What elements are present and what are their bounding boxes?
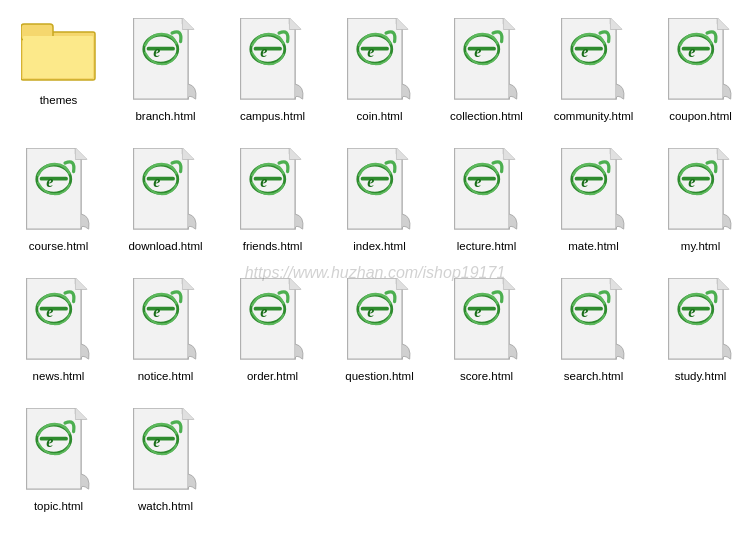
svg-marker-87 xyxy=(133,278,188,359)
html-file-icon: e xyxy=(561,278,626,365)
html-file-icon: e xyxy=(561,18,626,105)
file-label: order.html xyxy=(247,369,298,384)
svg-marker-45 xyxy=(133,148,188,229)
file-item[interactable]: e score.html xyxy=(433,270,540,400)
html-file-icon: e xyxy=(561,148,626,235)
file-item[interactable]: e course.html xyxy=(5,140,112,270)
file-label: lecture.html xyxy=(457,239,516,254)
file-item[interactable]: e friends.html xyxy=(219,140,326,270)
svg-marker-93 xyxy=(240,278,295,359)
svg-rect-109 xyxy=(468,307,496,311)
html-file-icon: e xyxy=(26,148,91,235)
svg-rect-2 xyxy=(23,36,93,78)
file-item[interactable]: e coin.html xyxy=(326,10,433,140)
html-file-icon: e xyxy=(347,18,412,105)
file-item[interactable]: e campus.html xyxy=(219,10,326,140)
svg-text:e: e xyxy=(153,303,160,320)
svg-rect-103 xyxy=(361,307,389,311)
svg-text:e: e xyxy=(260,43,267,60)
svg-rect-97 xyxy=(254,307,282,311)
file-item[interactable]: e mate.html xyxy=(540,140,647,270)
svg-marker-15 xyxy=(347,18,402,99)
svg-marker-81 xyxy=(26,278,81,359)
svg-marker-111 xyxy=(561,278,616,359)
file-item[interactable]: e collection.html xyxy=(433,10,540,140)
file-item[interactable]: e question.html xyxy=(326,270,433,400)
svg-marker-39 xyxy=(26,148,81,229)
svg-marker-33 xyxy=(668,18,723,99)
file-item[interactable]: e order.html xyxy=(219,270,326,400)
svg-marker-23 xyxy=(503,18,514,29)
svg-text:e: e xyxy=(474,173,481,190)
svg-marker-65 xyxy=(503,148,514,159)
svg-rect-73 xyxy=(575,177,603,181)
svg-rect-85 xyxy=(40,307,68,311)
svg-text:e: e xyxy=(581,43,588,60)
html-file-icon: e xyxy=(347,148,412,235)
svg-marker-57 xyxy=(347,148,402,229)
file-item[interactable]: e lecture.html xyxy=(433,140,540,270)
svg-text:e: e xyxy=(260,303,267,320)
file-label: coupon.html xyxy=(669,109,732,124)
file-item[interactable]: e download.html xyxy=(112,140,219,270)
svg-text:e: e xyxy=(46,433,53,450)
svg-rect-7 xyxy=(147,47,175,51)
html-file-icon: e xyxy=(133,278,198,365)
svg-text:e: e xyxy=(367,303,374,320)
html-file-icon: e xyxy=(26,408,91,495)
svg-text:e: e xyxy=(367,173,374,190)
file-grid: themes e branch.html xyxy=(0,0,750,540)
html-file-icon: e xyxy=(454,18,519,105)
file-label: news.html xyxy=(33,369,85,384)
svg-marker-63 xyxy=(454,148,509,229)
svg-marker-129 xyxy=(133,408,188,489)
file-label: community.html xyxy=(554,109,634,124)
svg-rect-67 xyxy=(468,177,496,181)
file-item[interactable]: e coupon.html xyxy=(647,10,750,140)
svg-text:e: e xyxy=(688,173,695,190)
svg-text:e: e xyxy=(260,173,267,190)
svg-marker-27 xyxy=(561,18,616,99)
svg-text:e: e xyxy=(46,173,53,190)
svg-text:e: e xyxy=(474,43,481,60)
svg-text:e: e xyxy=(153,173,160,190)
svg-text:e: e xyxy=(153,433,160,450)
file-item[interactable]: e search.html xyxy=(540,270,647,400)
html-file-icon: e xyxy=(240,18,305,105)
folder-icon xyxy=(21,18,97,87)
file-item[interactable]: e branch.html xyxy=(112,10,219,140)
file-item[interactable]: e watch.html xyxy=(112,400,219,530)
file-item[interactable]: e notice.html xyxy=(112,270,219,400)
file-label: my.html xyxy=(681,239,720,254)
svg-marker-105 xyxy=(454,278,509,359)
svg-text:e: e xyxy=(46,303,53,320)
svg-marker-99 xyxy=(347,278,402,359)
svg-marker-117 xyxy=(668,278,723,359)
svg-marker-107 xyxy=(503,278,514,289)
svg-rect-121 xyxy=(682,307,710,311)
file-label: topic.html xyxy=(34,499,83,514)
html-file-icon: e xyxy=(133,148,198,235)
svg-rect-79 xyxy=(682,177,710,181)
file-item[interactable]: e my.html xyxy=(647,140,750,270)
svg-rect-127 xyxy=(40,437,68,441)
svg-text:e: e xyxy=(367,43,374,60)
file-item[interactable]: e index.html xyxy=(326,140,433,270)
file-item[interactable]: e news.html xyxy=(5,270,112,400)
file-label: friends.html xyxy=(243,239,302,254)
file-item[interactable]: e topic.html xyxy=(5,400,112,530)
file-label: watch.html xyxy=(138,499,193,514)
file-label: collection.html xyxy=(450,109,523,124)
file-label: question.html xyxy=(345,369,413,384)
svg-rect-49 xyxy=(147,177,175,181)
html-file-icon: e xyxy=(454,278,519,365)
svg-marker-75 xyxy=(668,148,723,229)
file-label: themes xyxy=(40,93,78,108)
html-file-icon: e xyxy=(454,148,519,235)
file-item[interactable]: e study.html xyxy=(647,270,750,400)
file-label: course.html xyxy=(29,239,88,254)
svg-marker-3 xyxy=(133,18,188,99)
svg-rect-43 xyxy=(40,177,68,181)
file-item[interactable]: themes xyxy=(5,10,112,140)
file-item[interactable]: e community.html xyxy=(540,10,647,140)
